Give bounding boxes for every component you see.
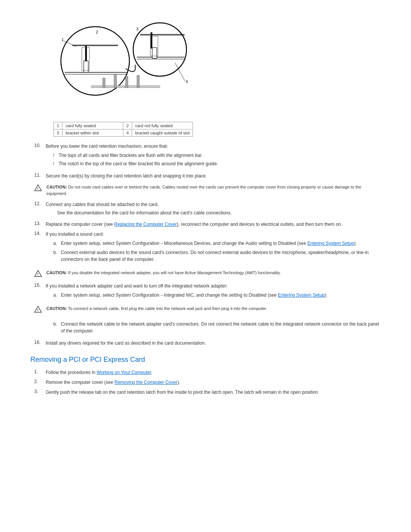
section-2-steps: 1. Follow the procedures in Working on Y… xyxy=(30,369,381,396)
svg-rect-25 xyxy=(126,76,128,88)
step-15-text: If you installed a network adapter card … xyxy=(46,283,381,301)
label-table: 1 card fully seated 2 card not fully sea… xyxy=(53,122,193,137)
section-2-step-1-text: Follow the procedures in Working on Your… xyxy=(46,369,381,376)
svg-text:4: 4 xyxy=(186,80,188,84)
step-10-block: 10. Before you lower the card retention … xyxy=(30,143,381,179)
section-2-step-2: 2. Remove the computer cover (see Removi… xyxy=(34,379,381,386)
svg-text:1: 1 xyxy=(62,38,64,42)
svg-point-11 xyxy=(133,23,186,76)
card-diagram: 1 2 3 4 xyxy=(53,11,198,118)
caution-2-text: CAUTION: If you disable the integrated n… xyxy=(46,270,281,276)
bullet-10-2-text: The notch in the top of the card or fill… xyxy=(59,160,218,167)
step-11-num: 11. xyxy=(34,173,46,179)
step-14a: a. Enter system setup, select System Con… xyxy=(53,240,381,247)
caution-1-block: ! CAUTION: Do not route card cables over… xyxy=(30,184,381,197)
step-12-num: 12. xyxy=(34,201,46,218)
label-num-1: 1 xyxy=(54,122,62,129)
bullet-icon-2: l xyxy=(53,160,59,167)
label-num-4: 4 xyxy=(123,129,132,137)
entering-system-setup-link-2[interactable]: Entering System Setup xyxy=(278,292,325,298)
bullet-10-2: l The notch in the top of the card or fi… xyxy=(53,160,381,167)
removing-cover-link[interactable]: Removing the Computer Cover xyxy=(115,380,177,385)
step-14b-text: Connect external audio devices to the so… xyxy=(61,249,381,263)
step-10: 10. Before you lower the card retention … xyxy=(34,143,381,169)
step-15b-text: Connect the network cable to the network… xyxy=(61,321,381,334)
replacing-cover-link-1[interactable]: Replacing the Computer Cover xyxy=(114,222,177,227)
caution-triangle-icon-1: ! xyxy=(34,184,43,192)
step-12-text: Connect any cables that should be attach… xyxy=(46,201,381,218)
svg-text:!: ! xyxy=(37,308,38,312)
step-15b-label: b. xyxy=(53,321,61,334)
step-10-num: 10. xyxy=(34,143,46,169)
bullet-10-1: l The tops of all cards and filler brack… xyxy=(53,152,381,159)
svg-rect-14 xyxy=(152,48,157,58)
svg-text:!: ! xyxy=(37,187,38,190)
step-14-num: 14. xyxy=(34,231,46,265)
step-15a: a. Enter system setup, select System Con… xyxy=(53,292,381,299)
label-desc-3: bracket within slot xyxy=(62,129,123,137)
step-15b-spacer xyxy=(34,318,46,337)
label-num-2: 2 xyxy=(123,122,132,129)
step-13-num: 13. xyxy=(34,221,46,228)
step-15b: b. Connect the network cable to the netw… xyxy=(34,318,381,337)
step-14-text: If you installed a sound card: a. Enter … xyxy=(46,231,381,265)
step-15b-alpha: b. Connect the network cable to the netw… xyxy=(53,321,381,334)
step-16: 16. Install any drivers required for the… xyxy=(34,340,381,347)
caution-triangle-icon-3: ! xyxy=(34,306,43,314)
label-num-3: 3 xyxy=(54,129,62,137)
section-2-step-1-num: 1. xyxy=(34,369,46,376)
caution-3-block: ! CAUTION: To connect a network cable, f… xyxy=(30,305,381,314)
bullet-icon-1: l xyxy=(53,152,59,159)
step-16-num: 16. xyxy=(34,340,46,347)
step-12: 12. Connect any cables that should be at… xyxy=(34,201,381,218)
svg-rect-26 xyxy=(137,75,139,88)
caution-2-block: ! CAUTION: If you disable the integrated… xyxy=(30,270,381,278)
section-2-step-1: 1. Follow the procedures in Working on Y… xyxy=(34,369,381,376)
step-14: 14. If you installed a sound card: a. En… xyxy=(34,231,381,265)
section-2-step-3-text: Gently push the release tab on the card … xyxy=(46,389,381,396)
svg-point-0 xyxy=(61,27,129,95)
step-15a-text: Enter system setup, select System Config… xyxy=(61,292,327,299)
step-12-block: 12. Connect any cables that should be at… xyxy=(30,201,381,265)
caution-3-text: CAUTION: To connect a network cable, fir… xyxy=(46,305,267,312)
working-on-computer-link[interactable]: Working on Your Computer xyxy=(97,370,151,375)
step-15-num: 15. xyxy=(34,283,46,301)
label-desc-4: bracket caught outside of slot xyxy=(132,129,193,137)
caution-1-label: CAUTION: xyxy=(46,185,67,189)
step-b-16-block: b. Connect the network cable to the netw… xyxy=(30,318,381,347)
step-14a-text: Enter system setup, select System Config… xyxy=(61,240,357,247)
caution-3-label: CAUTION: xyxy=(46,306,67,311)
section-2-step-2-num: 2. xyxy=(34,379,46,386)
bullet-10-1-text: The tops of all cards and filler bracket… xyxy=(59,152,202,159)
section-2-step-3: 3. Gently push the release tab on the ca… xyxy=(34,389,381,396)
svg-rect-4 xyxy=(85,46,87,61)
step-11: 11. Secure the card(s) by closing the ca… xyxy=(34,173,381,179)
step-14b-label: b. xyxy=(53,249,61,263)
svg-rect-23 xyxy=(103,78,105,88)
step-10-text: Before you lower the card retention mech… xyxy=(46,143,381,169)
step-14a-label: a. xyxy=(53,240,61,247)
section-2-heading: Removing a PCI or PCI Express Card xyxy=(30,356,381,364)
step-15a-label: a. xyxy=(53,292,61,299)
section-2-step-2-text: Remove the computer cover (see Removing … xyxy=(46,379,381,386)
step-16-text: Install any drivers required for the car… xyxy=(46,340,381,347)
step-15b-item: b. Connect the network cable to the netw… xyxy=(53,321,381,334)
step-11-text: Secure the card(s) by closing the card r… xyxy=(46,173,381,179)
label-desc-1: card fully seated xyxy=(62,122,123,129)
svg-text:2: 2 xyxy=(96,30,98,34)
caution-2-label: CAUTION: xyxy=(46,270,67,275)
caution-triangle-icon-2: ! xyxy=(34,270,43,278)
svg-text:3: 3 xyxy=(136,27,139,31)
step-13-text: Replace the computer cover (see Replacin… xyxy=(46,221,381,228)
svg-rect-24 xyxy=(114,74,116,88)
label-desc-2: card not fully seated xyxy=(132,122,193,129)
step-15: 15. If you installed a network adapter c… xyxy=(34,283,381,301)
step-15b-content: b. Connect the network cable to the netw… xyxy=(46,318,381,337)
entering-system-setup-link-1[interactable]: Entering System Setup xyxy=(307,241,354,246)
step-15-block: 15. If you installed a network adapter c… xyxy=(30,283,381,301)
svg-text:!: ! xyxy=(37,272,38,276)
step-14-alpha: a. Enter system setup, select System Con… xyxy=(53,240,381,263)
step-10-bullets: l The tops of all cards and filler brack… xyxy=(53,152,381,167)
section-2-step-3-num: 3. xyxy=(34,389,46,396)
step-14b: b. Connect external audio devices to the… xyxy=(53,249,381,263)
